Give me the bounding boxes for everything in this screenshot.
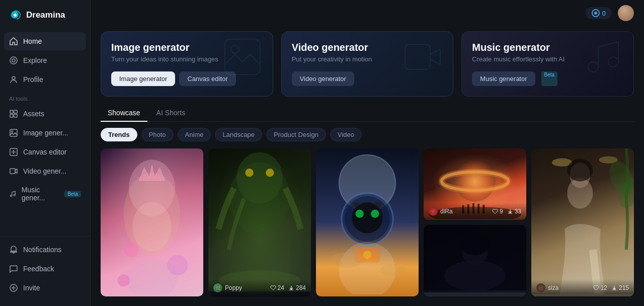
assets-icon (9, 109, 18, 118)
tab-showcase[interactable]: Showcase (101, 105, 147, 122)
svg-point-52 (442, 172, 509, 191)
grid-item-monster[interactable]: 🌿 Poppy 24 284 (208, 148, 311, 296)
main-tabs: Showcase AI Shorts (101, 105, 634, 122)
sidebar-item-assets-label: Assets (23, 110, 44, 118)
showcase-area: Showcase AI Shorts Trends Photo Anime La… (91, 105, 644, 296)
sidebar-item-assets[interactable]: Assets (4, 105, 86, 123)
saturn-likes: 9 (492, 208, 503, 215)
hero-cards: Image generator Turn your ideas into stu… (91, 26, 644, 105)
music-card-bg-decoration (583, 37, 623, 77)
feedback-icon (9, 264, 18, 273)
grid-col-2: 🌿 Poppy 24 284 (208, 148, 311, 296)
monster-downloads-count: 284 (296, 284, 306, 291)
grid-item-saturn[interactable]: dlRa 9 33 (424, 148, 526, 220)
topnav: 0 (91, 0, 644, 26)
fashion-overlay: siza 12 215 (531, 279, 634, 296)
avatar[interactable] (618, 5, 634, 21)
filter-tabs: Trends Photo Anime Landscape Product Des… (101, 128, 634, 141)
hero-card-music: Music generator Create music effortlessl… (461, 31, 634, 97)
fashion-user: siza (536, 283, 558, 292)
monster-stats: 24 284 (270, 284, 306, 291)
svg-point-28 (168, 255, 188, 275)
svg-point-50 (380, 264, 406, 276)
siza-avatar (536, 283, 545, 292)
filter-anime[interactable]: Anime (178, 128, 211, 141)
svg-point-43 (371, 210, 379, 218)
svg-point-3 (12, 76, 15, 80)
logo-icon (8, 8, 22, 22)
svg-point-34 (236, 152, 283, 203)
grid-item-princess[interactable] (101, 148, 203, 296)
svg-point-20 (588, 62, 598, 72)
sidebar-item-music-generator[interactable]: Music gener... Beta (4, 181, 86, 206)
fashion-illustration (531, 148, 634, 294)
sidebar-item-notifications-label: Notifications (23, 246, 61, 254)
home-icon (9, 37, 18, 46)
main-content: 0 Image generator Turn your ideas into s… (91, 0, 644, 306)
svg-point-53 (442, 172, 509, 191)
sidebar-item-video-generator[interactable]: Video gener... (4, 162, 86, 180)
svg-rect-6 (10, 114, 13, 117)
saturn-user: dlRa (429, 207, 453, 216)
explore-icon (9, 56, 18, 65)
music-generator-icon (9, 189, 17, 198)
grid-item-fashion[interactable]: siza 12 215 (531, 148, 634, 296)
logo-text: Dreamina (26, 10, 65, 20)
saturn-username: dlRa (440, 208, 453, 215)
sidebar-item-notifications[interactable]: Notifications (4, 241, 86, 259)
svg-point-42 (356, 210, 364, 218)
image-grid: 🌿 Poppy 24 284 (101, 148, 634, 296)
profile-icon (9, 75, 18, 84)
monster-likes-count: 24 (278, 284, 284, 291)
svg-point-16 (594, 12, 597, 15)
grid-col-4: dlRa 9 33 (424, 148, 526, 296)
svg-rect-30 (208, 148, 311, 289)
dlra-avatar (429, 207, 438, 216)
filter-video[interactable]: Video (330, 128, 362, 141)
bell-icon (9, 245, 18, 254)
tab-ai-shorts[interactable]: AI Shorts (149, 105, 193, 122)
sidebar-bottom: Notifications Feedback Invite (0, 236, 90, 306)
svg-point-21 (608, 57, 618, 67)
fashion-downloads-count: 215 (619, 284, 629, 291)
video-generator-button[interactable]: Video generator (292, 71, 354, 86)
svg-point-71 (567, 159, 593, 182)
sidebar-item-home-label: Home (23, 37, 42, 45)
hero-card-image: Image generator Turn your ideas into stu… (101, 31, 273, 97)
filter-product-design[interactable]: Product Design (266, 128, 326, 141)
sidebar-item-profile[interactable]: Profile (4, 70, 86, 89)
sidebar-item-home[interactable]: Home (4, 32, 86, 50)
sidebar-item-feedback[interactable]: Feedback (4, 260, 86, 278)
fashion-download-icon (611, 285, 617, 291)
download-icon (288, 285, 294, 291)
monster-illustration (208, 148, 311, 289)
fashion-username: siza (548, 284, 558, 291)
filter-photo[interactable]: Photo (141, 128, 174, 141)
svg-point-33 (229, 163, 290, 235)
sidebar-item-video-label: Video gener... (23, 167, 66, 175)
saturn-stats: 9 33 (492, 208, 521, 215)
credits-badge: 0 (586, 7, 612, 19)
fashion-downloads: 215 (611, 284, 629, 291)
svg-marker-25 (139, 165, 165, 181)
heart-icon (270, 285, 276, 291)
svg-point-9 (12, 131, 13, 132)
image-generator-button[interactable]: Image generator (111, 71, 175, 86)
grid-item-dark-figure[interactable] (424, 225, 526, 296)
saturn-download-icon (507, 208, 513, 214)
svg-rect-11 (10, 169, 15, 174)
dark-figure-illustration (424, 225, 526, 290)
image-generator-icon (9, 128, 18, 137)
svg-point-0 (14, 14, 17, 17)
svg-rect-19 (405, 44, 430, 69)
music-generator-button[interactable]: Music generator (472, 71, 535, 86)
filter-landscape[interactable]: Landscape (215, 128, 262, 141)
filter-trends[interactable]: Trends (101, 128, 137, 141)
fashion-likes: 12 (593, 284, 607, 291)
sidebar-item-canvas-editor[interactable]: Canvas editor (4, 143, 86, 161)
sidebar-item-explore[interactable]: Explore (4, 51, 86, 69)
sidebar-item-invite[interactable]: Invite (4, 279, 86, 297)
grid-item-cat[interactable] (316, 148, 419, 296)
sidebar-item-canvas-label: Canvas editor (23, 148, 66, 156)
sidebar-item-image-generator[interactable]: Image gener... (4, 124, 86, 142)
